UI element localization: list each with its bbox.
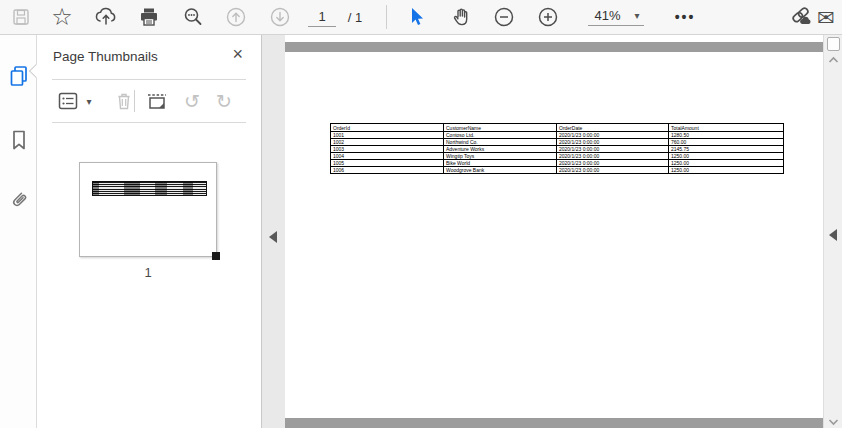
cell: 1006 <box>331 167 444 174</box>
thumbnail-text-smudge <box>93 182 99 195</box>
table-row: 1002 Northwind Co. 2020/1/23 0:00:00 760… <box>331 139 784 146</box>
rotate-counterclockwise-button[interactable]: ↺ <box>178 87 206 115</box>
close-icon[interactable]: × <box>232 45 243 63</box>
page-down-icon <box>269 6 291 28</box>
sidebar-item-attachments[interactable] <box>6 187 32 213</box>
cell: 2020/1/23 0:00:00 <box>557 132 669 139</box>
save-icon <box>11 7 31 27</box>
thumbnail-resize-handle[interactable] <box>212 252 220 260</box>
thumbnail-table-preview <box>92 181 207 196</box>
scroll-down-icon[interactable] <box>827 417 840 427</box>
star-icon: ☆ <box>51 5 73 29</box>
zoom-out-button[interactable] <box>490 0 518 34</box>
panel-title: Page Thumbnails <box>53 49 158 64</box>
toolbar-divider <box>386 5 387 29</box>
cell: 1001 <box>331 132 444 139</box>
vertical-scrollbar[interactable] <box>823 35 842 428</box>
panel-divider-top <box>52 79 246 80</box>
select-cursor-icon <box>406 6 426 28</box>
chevron-down-icon: ▾ <box>635 10 640 21</box>
save-button[interactable] <box>8 0 34 34</box>
email-button[interactable]: ✉ <box>812 0 840 34</box>
page-thumbnails-icon <box>8 64 30 88</box>
thumbnail-text-smudge <box>155 182 167 195</box>
page-number-input[interactable] <box>308 7 336 27</box>
expand-right-panel-arrow-icon[interactable] <box>829 229 837 241</box>
cell: 1002 <box>331 139 444 146</box>
cell: 2020/1/23 0:00:00 <box>557 153 669 160</box>
document-background-top <box>285 42 823 52</box>
cell: 1005 <box>331 160 444 167</box>
hand-icon <box>450 6 472 28</box>
table-row: 1001 Contoso Ltd. 2020/1/23 0:00:00 1280… <box>331 132 784 139</box>
next-page-button[interactable] <box>266 0 294 34</box>
document-background-bottom <box>285 418 823 428</box>
orders-table: OrderId CustomerName OrderDate TotalAmou… <box>330 123 784 174</box>
cell: 760.00 <box>669 139 784 146</box>
collapse-left-arrow-icon[interactable] <box>269 231 277 243</box>
options-caret[interactable]: ▾ <box>82 87 96 115</box>
crop-pages-icon <box>146 91 168 111</box>
col-totalamount: TotalAmount <box>669 124 784 132</box>
col-orderdate: OrderDate <box>557 124 669 132</box>
document-pane: OrderId CustomerName OrderDate TotalAmou… <box>285 35 823 428</box>
cell: 2020/1/23 0:00:00 <box>557 139 669 146</box>
page-count-label: / 1 <box>342 0 368 34</box>
options-list-icon <box>58 92 78 110</box>
hand-tool-button[interactable] <box>447 0 475 34</box>
zoom-level-value: 41% <box>594 8 620 23</box>
sidebar-item-bookmarks[interactable] <box>6 127 32 153</box>
cloud-upload-icon <box>94 6 118 28</box>
cell: 1250.00 <box>669 160 784 167</box>
rotate-cw-icon: ↻ <box>216 92 232 111</box>
cell: 2020/1/23 0:00:00 <box>557 146 669 153</box>
scroll-up-icon[interactable] <box>827 55 840 65</box>
cell: 2020/1/23 0:00:00 <box>557 160 669 167</box>
zoom-level-dropdown[interactable]: 41% ▾ <box>580 0 652 34</box>
delete-pages-button[interactable] <box>110 87 138 115</box>
share-cloud-button[interactable] <box>92 0 120 34</box>
cell: 2145.75 <box>669 146 784 153</box>
cell: 1280.50 <box>669 132 784 139</box>
trash-icon <box>115 91 133 111</box>
thumbnail-text-smudge <box>124 182 140 195</box>
envelope-icon: ✉ <box>817 7 835 28</box>
cell: Wingtip Toys <box>444 153 557 160</box>
previous-page-button[interactable] <box>222 0 250 34</box>
rotate-clockwise-button[interactable]: ↻ <box>210 87 238 115</box>
cell: 1004 <box>331 153 444 160</box>
star-favorite-button[interactable]: ☆ <box>48 0 76 34</box>
page-number-field[interactable] <box>306 0 338 34</box>
page-up-icon <box>225 6 247 28</box>
zoom-in-button[interactable] <box>534 0 562 34</box>
set-page-boxes-button[interactable] <box>142 87 172 115</box>
printer-icon <box>138 6 160 28</box>
pdf-page[interactable]: OrderId CustomerName OrderDate TotalAmou… <box>285 52 823 418</box>
cell: 2020/1/23 0:00:00 <box>557 167 669 174</box>
thumbnail-page-number: 1 <box>79 265 217 280</box>
zoom-level-control: 41% ▾ <box>588 8 643 26</box>
search-button[interactable] <box>179 0 207 34</box>
scrollbar-thumb[interactable] <box>827 37 840 51</box>
more-tools-button[interactable]: ••• <box>670 0 700 34</box>
cell: Contoso Ltd. <box>444 132 557 139</box>
table-header-row: OrderId CustomerName OrderDate TotalAmou… <box>331 124 784 132</box>
sidebar-item-page-thumbnails[interactable] <box>6 63 32 89</box>
table-row: 1006 Woodgrove Bank 2020/1/23 0:00:00 12… <box>331 167 784 174</box>
print-button[interactable] <box>135 0 163 34</box>
thumbnail-options-button[interactable] <box>53 87 83 115</box>
thumbnail-text-smudge <box>183 182 193 195</box>
rotate-ccw-icon: ↺ <box>184 92 200 111</box>
bookmark-icon <box>9 129 29 151</box>
cell: Northwind Co. <box>444 139 557 146</box>
cell: Bike World <box>444 160 557 167</box>
col-orderid: OrderId <box>331 124 444 132</box>
cell: 1250.00 <box>669 153 784 160</box>
chevron-down-icon: ▾ <box>86 96 91 107</box>
top-toolbar: ☆ <box>0 0 842 35</box>
table-row: 1004 Wingtip Toys 2020/1/23 0:00:00 1250… <box>331 153 784 160</box>
zoom-in-icon <box>537 6 559 28</box>
left-panel-collapse-strip[interactable] <box>262 35 285 428</box>
page-thumbnail-1[interactable] <box>79 162 217 257</box>
select-tool-button[interactable] <box>402 0 430 34</box>
